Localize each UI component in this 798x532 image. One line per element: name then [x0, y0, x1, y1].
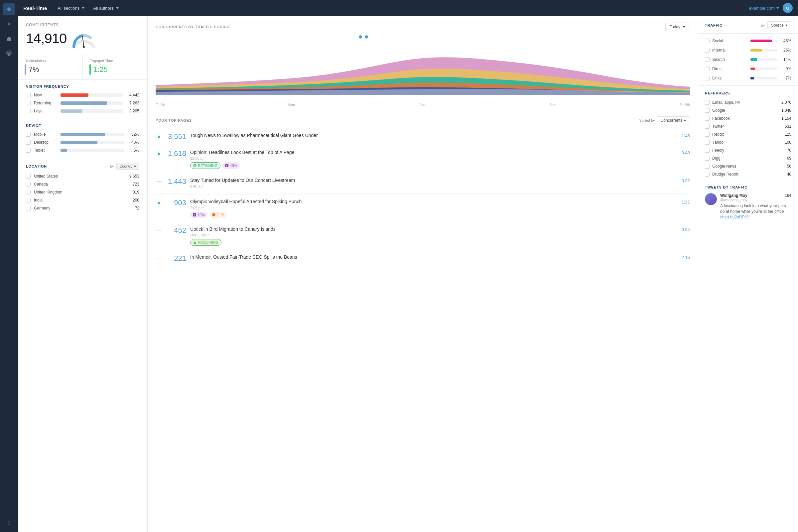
- visitor-checkbox-loyal[interactable]: [26, 109, 31, 113]
- traffic-checkbox-direct[interactable]: [705, 66, 709, 71]
- sections-dropdown[interactable]: All sections: [54, 0, 89, 16]
- page-count-1: 3,551: [166, 132, 186, 141]
- sidebar-icon-chart[interactable]: [3, 33, 15, 44]
- page-trend-4: ▲: [156, 198, 162, 206]
- device-bar-container-mobile: [60, 133, 125, 136]
- page-title-6[interactable]: In Memoir, Ousted Fair-Trade CEO Spills …: [190, 254, 678, 260]
- page-count-6: 221: [166, 254, 186, 263]
- location-count-uk: 319: [133, 190, 139, 194]
- page-item-4: ▲ 903 Olympic Volleyball Hopeful Arreste…: [156, 194, 690, 222]
- location-checkbox-germany[interactable]: [26, 206, 31, 210]
- pages-sort-dropdown[interactable]: Concurrents: [657, 116, 690, 125]
- traffic-checkbox-internal[interactable]: [705, 48, 709, 53]
- visitor-count-returning: 7,263: [126, 101, 139, 106]
- referrer-checkbox-drudge[interactable]: [705, 172, 709, 176]
- visitor-checkbox-new[interactable]: [26, 93, 31, 97]
- visitor-bar-new: [60, 93, 89, 97]
- svg-point-7: [8, 521, 10, 522]
- domain-selector[interactable]: example.com: [749, 6, 779, 11]
- page-meta-2: 12:50 p.m.: [190, 156, 678, 160]
- user-avatar[interactable]: G: [783, 3, 793, 13]
- location-name-india: India: [34, 198, 129, 203]
- page-title-2[interactable]: Opinion: Headlines Look Best at the Top …: [190, 149, 678, 155]
- traffic-row-direct: Direct 9%: [705, 64, 791, 74]
- page-title-3[interactable]: Stay Tuned for Updates to Our Concert Li…: [190, 177, 678, 183]
- device-pct-mobile: 52%: [128, 132, 139, 137]
- referrer-row-twitter: Twitter 631: [705, 122, 791, 130]
- referrer-checkbox-reddit[interactable]: [705, 132, 709, 137]
- page-tags-2: RETAINING f 40%: [190, 162, 678, 169]
- trend-up-icon-1: ▲: [156, 133, 162, 139]
- svg-point-11: [83, 46, 85, 48]
- visitor-bar-container-returning: [60, 101, 123, 105]
- tag-fb-2: f 40%: [223, 162, 240, 169]
- page-count-5: 452: [166, 226, 186, 235]
- referrer-checkbox-facebook[interactable]: [705, 116, 709, 121]
- location-row-canada: Canada 723: [26, 180, 139, 188]
- chart-dot-1: [359, 35, 362, 39]
- traffic-source-dropdown[interactable]: Source: [767, 21, 791, 29]
- page-title-5[interactable]: Uptick in Bird Migration to Canary Islan…: [190, 226, 678, 232]
- location-count-us: 9,653: [129, 174, 139, 178]
- page-title-4[interactable]: Olympic Volleyball Hopeful Arrested for …: [190, 198, 678, 205]
- visitor-row-new: New 4,442: [26, 91, 139, 99]
- referrer-count-digg: 69: [787, 156, 791, 160]
- location-checkbox-us[interactable]: [26, 174, 31, 178]
- sidebar-icon-target[interactable]: [3, 47, 15, 59]
- concurrents-card: Concurrents 14,910: [18, 16, 147, 54]
- metrics-row: Recirculation 7% Engaged Time 1:25: [18, 54, 147, 80]
- visitor-checkbox-returning[interactable]: [26, 101, 31, 106]
- page-title-1[interactable]: Tough News to Swallow as Pharmaceutical …: [190, 132, 678, 138]
- location-title: LOCATION: [26, 164, 108, 168]
- location-checkbox-uk[interactable]: [26, 190, 31, 194]
- location-row-uk: United Kingdom 319: [26, 188, 139, 196]
- traffic-bar-container-internal: [750, 49, 777, 52]
- traffic-bar-container-links: [750, 77, 777, 79]
- chart-time-12pm: 12pm: [418, 103, 426, 107]
- device-bar-mobile: [60, 133, 105, 136]
- device-checkbox-desktop[interactable]: [26, 140, 31, 145]
- tag-acquiring-5: ACQUIRING: [190, 239, 222, 246]
- location-count-india: 208: [133, 198, 139, 203]
- page-trend-2: ▲: [156, 149, 162, 156]
- tweets-title: TWEETS BY TRAFFIC: [705, 185, 791, 189]
- location-checkbox-india[interactable]: [26, 198, 31, 203]
- traffic-bar-internal: [750, 49, 762, 52]
- traffic-checkbox-social[interactable]: [705, 39, 709, 43]
- referrer-checkbox-googlenews[interactable]: [705, 164, 709, 169]
- referrer-row-drudge: Drudge Report 48: [705, 170, 791, 178]
- location-name-germany: Germany: [34, 206, 132, 210]
- referrer-checkbox-email[interactable]: [705, 100, 709, 105]
- app-title: Real-Time: [23, 5, 47, 11]
- sidebar-icon-realtime[interactable]: [3, 18, 15, 30]
- sidebar-icon-more[interactable]: [3, 517, 15, 529]
- traffic-checkbox-search[interactable]: [705, 57, 709, 62]
- referrer-checkbox-digg[interactable]: [705, 156, 709, 160]
- referrer-checkbox-yahoo[interactable]: [705, 140, 709, 145]
- sidebar-logo[interactable]: [3, 3, 15, 15]
- device-row-mobile: Mobile 52%: [26, 130, 139, 138]
- svg-rect-2: [8, 37, 10, 41]
- tweet-link-1[interactable]: chart.bt/2nRFrSf: [720, 215, 749, 220]
- referrer-row-digg: Digg 69: [705, 154, 791, 162]
- authors-dropdown[interactable]: All authors: [89, 0, 123, 16]
- location-name-us: United States: [34, 174, 126, 178]
- device-checkbox-tablet[interactable]: [26, 148, 31, 153]
- tweet-count-1: 164: [785, 193, 791, 198]
- chart-svg: [156, 35, 690, 95]
- location-checkbox-canada[interactable]: [26, 182, 31, 187]
- location-rows: United States 9,653 Canada 723 United Ki…: [18, 172, 147, 216]
- device-checkbox-mobile[interactable]: [26, 132, 31, 137]
- traffic-checkbox-links[interactable]: [705, 76, 709, 80]
- chart-today-button[interactable]: Today: [665, 23, 690, 31]
- referrer-checkbox-feedly[interactable]: [705, 148, 709, 153]
- recirculation-bar: [25, 64, 26, 75]
- referrer-checkbox-google[interactable]: [705, 108, 709, 113]
- traffic-pct-internal: 25%: [780, 48, 791, 53]
- page-item-2: ▲ 1,618 Opinion: Headlines Look Best at …: [156, 145, 690, 173]
- referrer-name-yahoo: Yahoo: [712, 140, 785, 145]
- device-label-tablet: Tablet: [34, 148, 57, 153]
- chart-area: [156, 35, 690, 102]
- location-dropdown[interactable]: Country: [116, 163, 139, 170]
- referrer-checkbox-twitter[interactable]: [705, 124, 709, 129]
